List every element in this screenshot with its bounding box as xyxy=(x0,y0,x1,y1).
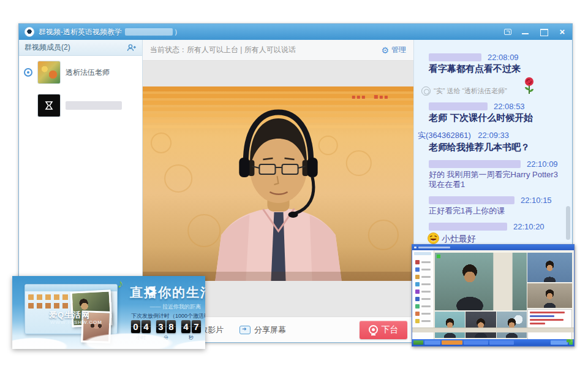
chat-message: 老师 下次课什么时候开始 xyxy=(429,112,564,125)
chat-message: 看字幕都有点看不过来 xyxy=(429,63,564,75)
unit-seconds: 秒 xyxy=(181,334,201,341)
sprout-icon xyxy=(567,339,573,344)
rose-flower-icon xyxy=(522,77,537,96)
chat-scrollbar-thumb[interactable] xyxy=(566,206,570,240)
message-time: 22:10:15 xyxy=(521,196,552,205)
mini-member-list xyxy=(412,250,434,339)
music-note-icon: ♪ xyxy=(118,277,124,291)
leave-stage-button[interactable]: 下台 xyxy=(360,321,407,339)
sender-name-blurred xyxy=(429,160,521,168)
countdown-digit: 0 xyxy=(131,320,140,333)
student-avatar xyxy=(37,94,61,117)
maximize-button[interactable] xyxy=(540,28,548,36)
window-title: 群视频-透析英语视频教学 xyxy=(39,27,122,37)
countdown-digit: 7 xyxy=(192,320,201,333)
mini-window-toolbar xyxy=(412,328,574,332)
manage-button[interactable]: ⚙ 管理 xyxy=(381,45,406,55)
manage-label: 管理 xyxy=(391,45,406,55)
on-stage-badge-icon xyxy=(24,68,32,77)
mini-window-body xyxy=(412,250,574,339)
window-title-blurred-segment xyxy=(125,28,173,36)
mini-main-video xyxy=(435,253,527,310)
mini-video-family xyxy=(527,283,572,308)
unit-minutes: 分 xyxy=(156,334,176,341)
gift-system-message: “实” 送给 “透析法伍老师” xyxy=(421,86,566,96)
share-screen-button[interactable]: 分享屏幕 xyxy=(239,324,286,335)
teacher-avatar xyxy=(37,61,61,84)
countdown-digit: 4 xyxy=(141,320,151,333)
mini-video-desk-man xyxy=(527,253,572,282)
message-time: 22:08:09 xyxy=(488,53,519,62)
countdown-digit: 3 xyxy=(156,320,165,333)
mini-chat-area xyxy=(527,309,572,340)
countdown-digit: 8 xyxy=(167,320,176,333)
sender-name-line: 实(364362861) 22:09:33 xyxy=(418,130,572,141)
sender-name-blurred xyxy=(429,53,481,61)
mini-thumb-man xyxy=(466,312,496,338)
popout-button[interactable] xyxy=(504,29,511,35)
gift-message-text: “实” 送给 “透析法伍老师” xyxy=(434,86,507,96)
share-screen-icon xyxy=(239,326,251,334)
member-row-teacher[interactable]: 透析法伍老师 xyxy=(19,56,142,89)
mini-right-column xyxy=(527,253,572,340)
main-video-feed[interactable] xyxy=(143,86,413,281)
member-row-student[interactable] xyxy=(19,89,142,122)
xp-taskbar xyxy=(412,339,574,346)
app-logo-icon xyxy=(24,27,34,37)
sender-name-blurred xyxy=(429,102,488,110)
window-title-suffix: ） xyxy=(174,27,181,37)
sender-name: 实(364362861) xyxy=(418,131,471,140)
countdown-units: 小时 分 秒 xyxy=(131,334,201,341)
sender-name-blurred xyxy=(429,196,514,204)
chat-message: 正好看完1再上你的课 xyxy=(429,206,564,217)
mini-thumb-girl xyxy=(435,312,465,338)
countdown-flip-clock: 04 38 47 xyxy=(131,320,201,333)
message-time: 22:10:09 xyxy=(527,159,558,169)
member-name-blurred xyxy=(66,101,122,110)
window-titlebar[interactable]: 群视频-透析英语视频教学 ） × xyxy=(19,24,572,40)
screenshot-root: 群视频-透析英语视频教学 ） × 群视频成员(2) xyxy=(0,0,588,368)
leave-stage-label: 下台 xyxy=(382,324,399,335)
share-screen-label: 分享屏幕 xyxy=(254,324,286,335)
message-time: 22:09:33 xyxy=(478,131,509,140)
embedded-screenshot-window xyxy=(412,244,575,347)
countdown-label: 下次发放倒计时（1000个激活码） xyxy=(131,312,205,320)
mini-thumb-kid xyxy=(497,312,527,338)
gear-icon: ⚙ xyxy=(381,46,389,55)
current-status-label: 当前状态：所有人可以上台 | 所有人可以说话 xyxy=(150,45,296,55)
banner-headline: 直播你的生活 xyxy=(130,284,205,301)
start-button xyxy=(413,340,423,345)
video-scene xyxy=(143,86,413,281)
add-member-icon[interactable] xyxy=(127,44,137,52)
hourglass-avatar-glyph xyxy=(43,100,55,111)
gift-icon xyxy=(421,86,431,96)
play-button-icon: ▶ xyxy=(146,286,156,296)
sender-name-blurred xyxy=(429,223,507,231)
mini-window-titlebar xyxy=(412,245,574,250)
minimize-button[interactable] xyxy=(521,28,530,36)
add-member-glyph xyxy=(127,44,137,52)
chat-message: 好的 我刚用第一周看完Harry Potter3 现在在看1 xyxy=(429,170,564,191)
chat-message: 小灶最好 xyxy=(442,234,476,245)
mini-video-thumbnails xyxy=(435,312,527,338)
member-name: 透析法伍老师 xyxy=(66,67,110,78)
message-time: 22:10:20 xyxy=(513,222,545,231)
ad-banner-overlay: ♪ 爱Q生活网 WWW.IQSHW.COM 直播你的生活 ▶ —— 拉近你我的距… xyxy=(12,276,205,349)
message-time: 22:08:53 xyxy=(494,102,525,111)
banner-site-url: WWW.IQSHW.COM xyxy=(50,320,102,325)
chat-message: 老师给我推荐几本书吧？ xyxy=(429,142,564,154)
system-tray xyxy=(551,340,568,345)
countdown-digit: 4 xyxy=(181,320,190,333)
webcam-icon xyxy=(369,325,378,334)
close-button[interactable]: × xyxy=(558,28,567,36)
unit-hours: 小时 xyxy=(131,334,151,341)
members-header-label: 群视频成员(2) xyxy=(24,42,70,53)
banner-subtitle: —— 拉近你我的距离 xyxy=(149,303,201,311)
